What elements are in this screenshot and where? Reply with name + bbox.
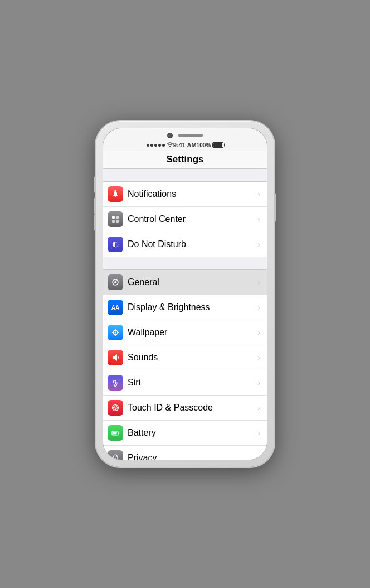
- icon-container-dnd: [103, 232, 128, 257]
- svg-rect-3: [112, 220, 115, 223]
- siri-icon: [108, 375, 123, 391]
- display-label: Display & Brightness: [128, 296, 255, 319]
- general-chevron: ›: [257, 278, 260, 287]
- siri-chevron: ›: [257, 378, 260, 387]
- row-battery[interactable]: Battery ›: [103, 421, 267, 446]
- svg-marker-13: [113, 354, 117, 361]
- svg-rect-2: [116, 216, 119, 219]
- svg-point-22: [115, 458, 116, 459]
- general-icon: [108, 274, 123, 290]
- signal-dot-3: [154, 144, 157, 147]
- svg-rect-4: [116, 220, 119, 223]
- section-gap-2: [103, 257, 267, 269]
- svg-point-8: [115, 332, 116, 334]
- phone-top: 9:41 AM 100%: [103, 128, 267, 151]
- touchid-chevron: ›: [257, 403, 260, 412]
- wifi-icon: [167, 142, 173, 148]
- svg-rect-20: [119, 433, 120, 435]
- icon-container-general: [103, 270, 128, 295]
- row-display-brightness[interactable]: AA Display & Brightness ›: [103, 295, 267, 320]
- battery-percent: 100%: [197, 142, 211, 148]
- svg-rect-0: [115, 190, 116, 191]
- sounds-chevron: ›: [257, 353, 260, 362]
- sounds-label: Sounds: [128, 346, 255, 369]
- svg-point-15: [114, 406, 118, 410]
- siri-label: Siri: [128, 372, 255, 394]
- status-bar: 9:41 AM 100%: [142, 141, 228, 151]
- status-time: 9:41 AM: [173, 142, 197, 148]
- row-wallpaper[interactable]: Wallpaper ›: [103, 320, 267, 345]
- icon-container-privacy: [103, 446, 128, 460]
- screen-content[interactable]: Settings Notifications: [103, 151, 267, 460]
- phone-device: 9:41 AM 100% Settings: [96, 121, 274, 467]
- icon-container-display: AA: [103, 295, 128, 320]
- touchid-label: Touch ID & Passcode: [128, 397, 255, 419]
- icon-container-notifications: [103, 182, 128, 206]
- row-sounds[interactable]: Sounds ›: [103, 345, 267, 370]
- battery-icon: [212, 142, 223, 148]
- wallpaper-icon: [108, 325, 123, 340]
- control-center-label: Control Center: [128, 208, 255, 230]
- battery-settings-icon: [108, 425, 123, 441]
- settings-group-1: Notifications ›: [103, 181, 267, 257]
- control-center-icon: [108, 211, 123, 227]
- row-privacy[interactable]: Privacy ›: [103, 446, 267, 460]
- battery-label: Battery: [128, 422, 255, 444]
- dnd-icon: [108, 237, 123, 252]
- dnd-label: Do Not Disturb: [128, 233, 255, 256]
- privacy-icon: [108, 450, 123, 460]
- nav-title: Settings: [166, 154, 203, 165]
- row-notifications[interactable]: Notifications ›: [103, 182, 267, 207]
- row-control-center[interactable]: Control Center ›: [103, 207, 267, 232]
- row-do-not-disturb[interactable]: Do Not Disturb ›: [103, 232, 267, 257]
- row-general[interactable]: General ›: [103, 270, 267, 295]
- svg-point-6: [114, 281, 116, 283]
- settings-group-2: General › AA Display & Brightness ›: [103, 269, 267, 460]
- notifications-icon: [108, 186, 123, 202]
- privacy-chevron: ›: [257, 454, 260, 460]
- nav-bar: Settings: [103, 151, 267, 169]
- signal-dots: [147, 144, 165, 147]
- display-chevron: ›: [257, 303, 260, 312]
- row-siri[interactable]: Siri ›: [103, 370, 267, 396]
- display-icon: AA: [108, 300, 123, 315]
- speaker: [178, 134, 203, 137]
- touchid-icon: [108, 400, 123, 416]
- icon-container-sounds: [103, 345, 128, 370]
- sounds-icon: [108, 350, 123, 365]
- privacy-label: Privacy: [128, 447, 255, 460]
- camera-area: [167, 133, 203, 138]
- wallpaper-label: Wallpaper: [128, 321, 255, 344]
- notifications-label: Notifications: [128, 183, 255, 205]
- icon-container-touchid: [103, 396, 128, 420]
- battery-chevron: ›: [257, 428, 260, 437]
- general-label: General: [128, 271, 255, 293]
- signal-dot-2: [150, 144, 153, 147]
- svg-rect-21: [113, 432, 117, 435]
- svg-rect-1: [112, 216, 115, 219]
- phone-screen: 9:41 AM 100% Settings: [103, 128, 267, 460]
- signal-dot-5: [162, 144, 165, 147]
- signal-dot-1: [147, 144, 149, 147]
- icon-container-control: [103, 207, 128, 232]
- icon-container-siri: [103, 370, 128, 395]
- wallpaper-chevron: ›: [257, 328, 260, 337]
- section-gap-1: [103, 169, 267, 181]
- notifications-chevron: ›: [257, 190, 260, 199]
- battery-fill: [213, 143, 222, 147]
- icon-container-battery: [103, 421, 128, 445]
- dnd-chevron: ›: [257, 240, 260, 249]
- svg-point-16: [115, 407, 116, 409]
- status-signal: [147, 142, 173, 148]
- display-icon-text: AA: [111, 305, 119, 311]
- camera: [167, 133, 173, 138]
- status-battery: 100%: [197, 142, 224, 148]
- signal-dot-4: [158, 144, 161, 147]
- icon-container-wallpaper: [103, 320, 128, 345]
- control-center-chevron: ›: [257, 215, 260, 224]
- row-touch-id[interactable]: Touch ID & Passcode ›: [103, 396, 267, 421]
